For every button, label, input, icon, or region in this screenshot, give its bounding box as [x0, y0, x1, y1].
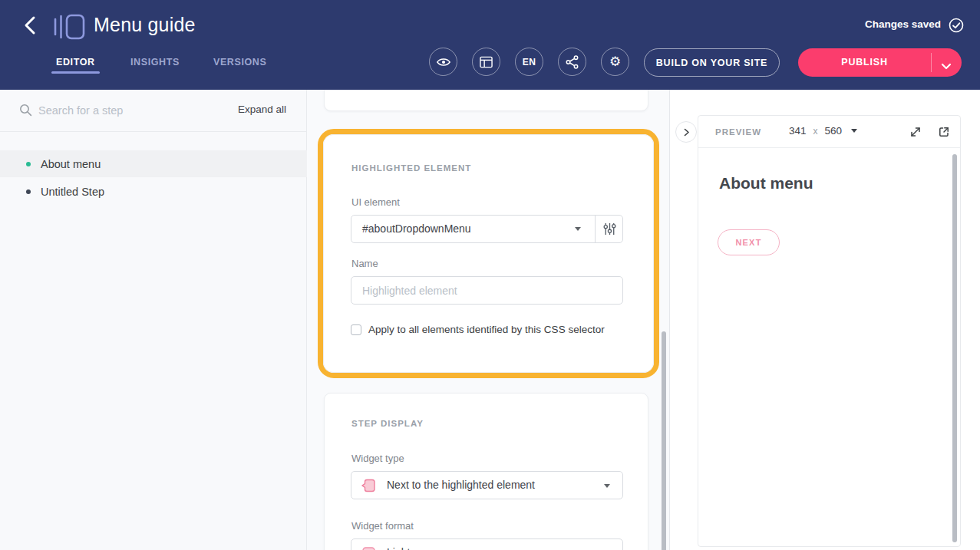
step-item-untitled-step[interactable]: Untitled Step	[0, 178, 307, 205]
step-search-row: Expand all	[0, 90, 306, 131]
highlighted-element-card: HIGHLIGHTED ELEMENT UI element #aboutDro…	[323, 134, 654, 373]
tab-versions[interactable]: VERSIONS	[213, 57, 266, 68]
language-label: EN	[523, 57, 536, 68]
search-input[interactable]	[38, 99, 215, 122]
rounded-square-icon	[360, 545, 377, 550]
preview-size-separator: x	[813, 126, 818, 137]
share-button[interactable]	[558, 48, 586, 76]
highlighted-section-ring: HIGHLIGHTED ELEMENT UI element #aboutDro…	[318, 129, 659, 378]
diagonal-arrows-icon	[909, 125, 922, 139]
publish-split-button: PUBLISH	[798, 48, 962, 77]
widget-format-value: Light	[387, 546, 410, 550]
collapse-preview-button[interactable]	[675, 121, 697, 143]
expand-all-link[interactable]: Expand all	[238, 104, 286, 115]
widget-format-label: Widget format	[351, 520, 414, 532]
app-window: Menu guide EDITOR INSIGHTS VERSIONS EN ⚙…	[0, 0, 980, 550]
page-title: Menu guide	[94, 14, 196, 36]
editor-scrollbar[interactable]	[662, 331, 666, 550]
preview-step-title: About menu	[719, 174, 813, 193]
share-icon	[566, 55, 579, 69]
preview-size-select[interactable]: 341 x 560	[789, 125, 857, 137]
step-label: Untitled Step	[41, 186, 104, 198]
check-circle-icon	[948, 17, 965, 37]
preview-header: PREVIEW 341 x 560	[698, 116, 960, 148]
chevron-right-icon	[681, 127, 692, 138]
previous-settings-card	[324, 90, 648, 111]
open-external-button[interactable]	[936, 125, 952, 140]
element-settings-button[interactable]	[595, 216, 623, 242]
language-button[interactable]: EN	[515, 48, 543, 76]
tab-editor[interactable]: EDITOR	[56, 57, 95, 68]
step-label: About menu	[41, 158, 101, 170]
widget-type-value: Next to the highlighted element	[387, 479, 535, 491]
apply-all-checkbox[interactable]	[351, 324, 361, 335]
build-on-your-site-button[interactable]: BUILD ON YOUR SITE	[644, 48, 780, 77]
preview-width-value: 341	[789, 125, 807, 137]
preview-height-value: 560	[825, 125, 843, 137]
publish-divider	[931, 53, 932, 72]
topbar: Menu guide EDITOR INSIGHTS VERSIONS EN ⚙…	[0, 0, 980, 90]
ui-element-select-group: #aboutDropdownMenu	[351, 215, 623, 243]
apply-all-label: Apply to all elements identified by this…	[368, 324, 605, 335]
ui-element-value: #aboutDropdownMenu	[362, 222, 471, 235]
step-item-about-menu[interactable]: About menu	[0, 150, 307, 177]
eye-icon	[436, 56, 451, 68]
chevron-left-icon	[22, 15, 38, 35]
section-title: HIGHLIGHTED ELEMENT	[351, 163, 471, 173]
publish-dropdown-button[interactable]	[941, 59, 952, 73]
preview-mode-button[interactable]	[429, 48, 457, 76]
external-link-icon	[937, 125, 951, 139]
flows-logo-icon	[54, 13, 86, 44]
tooltip-bubble-icon	[360, 477, 377, 497]
widget-type-label: Widget type	[351, 453, 404, 464]
ui-element-select[interactable]: #aboutDropdownMenu	[351, 216, 595, 242]
step-status-dot	[26, 162, 31, 166]
apply-all-checkbox-row[interactable]: Apply to all elements identified by this…	[351, 324, 605, 335]
sidebar-divider	[0, 131, 306, 132]
section-title: STEP DISPLAY	[351, 419, 424, 428]
tab-insights[interactable]: INSIGHTS	[130, 57, 180, 68]
widget-format-select[interactable]: Light	[351, 538, 623, 550]
steps-sidebar: Expand all About menu Untitled Step	[0, 90, 307, 550]
publish-button[interactable]: PUBLISH	[798, 48, 931, 77]
caret-down-icon	[575, 227, 581, 231]
preview-scrollbar[interactable]	[952, 154, 957, 542]
step-display-card: STEP DISPLAY Widget type Next to the hig…	[324, 393, 648, 550]
step-status-dot	[26, 189, 31, 194]
preview-next-button[interactable]: NEXT	[718, 229, 780, 255]
caret-down-icon	[851, 129, 857, 133]
layout-panel-icon	[480, 56, 493, 68]
name-label: Name	[351, 258, 378, 269]
resize-preview-button[interactable]	[908, 125, 923, 140]
preview-panel: PREVIEW 341 x 560 About menu NEXT	[698, 115, 961, 547]
preview-title: PREVIEW	[715, 127, 761, 137]
sliders-icon	[602, 222, 617, 236]
save-status-text: Changes saved	[865, 18, 941, 30]
chevron-down-icon	[941, 63, 952, 70]
element-name-input[interactable]	[351, 276, 623, 305]
gear-icon: ⚙	[609, 55, 621, 68]
preview-region: PREVIEW 341 x 560 About menu NEXT	[669, 90, 980, 550]
layout-button[interactable]	[472, 48, 500, 76]
back-button[interactable]	[20, 15, 40, 37]
search-icon	[19, 104, 32, 120]
step-editor-panel: HIGHLIGHTED ELEMENT UI element #aboutDro…	[307, 90, 669, 550]
caret-down-icon	[604, 484, 610, 488]
widget-type-select[interactable]: Next to the highlighted element	[351, 471, 623, 499]
settings-button[interactable]: ⚙	[601, 48, 629, 76]
ui-element-label: UI element	[351, 196, 400, 208]
